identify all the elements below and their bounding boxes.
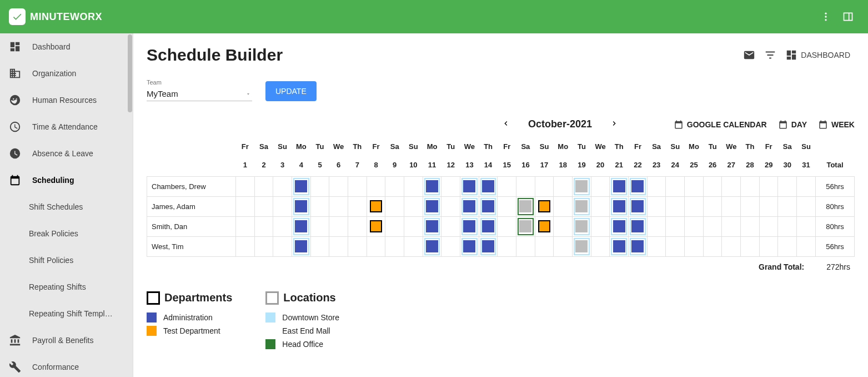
schedule-cell-empty[interactable] (254, 176, 273, 196)
schedule-cell-empty[interactable] (647, 196, 666, 216)
schedule-cell-empty[interactable] (404, 176, 423, 196)
schedule-cell[interactable] (367, 216, 385, 236)
schedule-cell-empty[interactable] (516, 176, 535, 196)
schedule-cell-empty[interactable] (441, 236, 460, 256)
sidebar-sub-repeating-templates[interactable]: Repeating Shift Templ… (0, 300, 133, 327)
schedule-cell-empty[interactable] (310, 236, 329, 256)
schedule-cell-empty[interactable] (666, 176, 685, 196)
schedule-cell-empty[interactable] (591, 236, 610, 256)
sidebar-item-time[interactable]: Time & Attendance (0, 113, 133, 140)
schedule-cell[interactable] (610, 196, 629, 216)
schedule-cell-empty[interactable] (441, 216, 460, 236)
schedule-cell-empty[interactable] (591, 196, 610, 216)
schedule-cell-empty[interactable] (554, 196, 573, 216)
schedule-cell-empty[interactable] (591, 176, 610, 196)
schedule-cell-empty[interactable] (236, 216, 255, 236)
schedule-cell[interactable] (460, 196, 479, 216)
schedule-cell-empty[interactable] (498, 176, 516, 196)
schedule-cell-empty[interactable] (385, 176, 404, 196)
schedule-cell[interactable] (479, 176, 498, 196)
schedule-cell-empty[interactable] (797, 216, 816, 236)
schedule-cell-empty[interactable] (741, 196, 760, 216)
schedule-cell-empty[interactable] (367, 236, 385, 256)
schedule-cell[interactable] (367, 196, 385, 216)
sidebar-scrollbar[interactable] (128, 34, 132, 112)
schedule-cell[interactable] (423, 236, 441, 256)
schedule-cell[interactable] (629, 236, 648, 256)
employee-name[interactable]: West, Tim (147, 236, 236, 256)
schedule-cell-empty[interactable] (741, 216, 760, 236)
schedule-cell[interactable] (423, 216, 441, 236)
schedule-cell[interactable] (292, 196, 311, 216)
schedule-cell-empty[interactable] (236, 236, 255, 256)
schedule-cell[interactable] (423, 196, 441, 216)
sidebar-item-organization[interactable]: Organization (0, 60, 133, 87)
schedule-cell-empty[interactable] (722, 176, 741, 196)
sidebar-sub-shift-policies[interactable]: Shift Policies (0, 247, 133, 274)
schedule-cell-empty[interactable] (647, 236, 666, 256)
schedule-cell[interactable] (629, 176, 648, 196)
schedule-cell-empty[interactable] (498, 236, 516, 256)
schedule-cell-empty[interactable] (741, 236, 760, 256)
schedule-cell-empty[interactable] (329, 176, 348, 196)
brand-logo[interactable]: MINUTEWORX (9, 8, 102, 25)
sidebar-sub-repeating-shifts[interactable]: Repeating Shifts (0, 274, 133, 300)
next-month-button[interactable] (608, 117, 621, 132)
schedule-cell[interactable] (460, 216, 479, 236)
schedule-cell-empty[interactable] (797, 196, 816, 216)
schedule-cell[interactable] (535, 216, 554, 236)
schedule-cell-empty[interactable] (759, 176, 778, 196)
update-button[interactable]: UPDATE (265, 81, 317, 101)
week-view-button[interactable]: WEEK (818, 120, 855, 130)
schedule-cell-empty[interactable] (236, 196, 255, 216)
schedule-cell-empty[interactable] (329, 196, 348, 216)
dashboard-button[interactable]: DASHBOARD (781, 44, 855, 66)
sidebar-item-dashboard[interactable]: Dashboard (0, 33, 133, 60)
schedule-cell[interactable] (460, 236, 479, 256)
schedule-cell[interactable] (610, 236, 629, 256)
schedule-cell-empty[interactable] (348, 196, 367, 216)
sidebar-sub-break-policies[interactable]: Break Policies (0, 220, 133, 247)
schedule-cell-empty[interactable] (685, 176, 704, 196)
schedule-cell-empty[interactable] (778, 216, 797, 236)
schedule-cell-empty[interactable] (554, 236, 573, 256)
schedule-cell-empty[interactable] (516, 236, 535, 256)
schedule-cell[interactable] (292, 176, 311, 196)
schedule-cell-empty[interactable] (535, 176, 554, 196)
schedule-cell-empty[interactable] (797, 176, 816, 196)
schedule-cell-empty[interactable] (441, 176, 460, 196)
schedule-cell-empty[interactable] (722, 216, 741, 236)
schedule-cell-empty[interactable] (703, 216, 722, 236)
schedule-cell-empty[interactable] (666, 216, 685, 236)
schedule-cell-empty[interactable] (722, 236, 741, 256)
schedule-cell-empty[interactable] (236, 176, 255, 196)
schedule-cell[interactable] (610, 216, 629, 236)
schedule-cell-empty[interactable] (703, 196, 722, 216)
schedule-cell-empty[interactable] (310, 176, 329, 196)
schedule-cell-empty[interactable] (441, 196, 460, 216)
schedule-cell-empty[interactable] (685, 236, 704, 256)
schedule-cell-empty[interactable] (703, 176, 722, 196)
schedule-cell[interactable] (573, 216, 591, 236)
schedule-cell[interactable] (479, 196, 498, 216)
schedule-cell-empty[interactable] (348, 176, 367, 196)
schedule-cell-empty[interactable] (498, 196, 516, 216)
schedule-cell-empty[interactable] (273, 236, 292, 256)
schedule-cell-empty[interactable] (741, 176, 760, 196)
schedule-cell-empty[interactable] (329, 236, 348, 256)
schedule-cell-empty[interactable] (591, 216, 610, 236)
schedule-cell-empty[interactable] (759, 196, 778, 216)
schedule-cell-empty[interactable] (404, 236, 423, 256)
employee-name[interactable]: Smith, Dan (147, 216, 236, 236)
employee-name[interactable]: Chambers, Drew (147, 176, 236, 196)
schedule-cell[interactable] (292, 216, 311, 236)
schedule-cell-empty[interactable] (759, 216, 778, 236)
filter-button[interactable] (760, 44, 781, 66)
schedule-cell[interactable] (629, 196, 648, 216)
schedule-cell-empty[interactable] (666, 196, 685, 216)
schedule-cell[interactable] (292, 236, 311, 256)
schedule-cell-empty[interactable] (254, 216, 273, 236)
schedule-cell-empty[interactable] (685, 196, 704, 216)
schedule-cell-empty[interactable] (498, 216, 516, 236)
schedule-cell-empty[interactable] (778, 196, 797, 216)
